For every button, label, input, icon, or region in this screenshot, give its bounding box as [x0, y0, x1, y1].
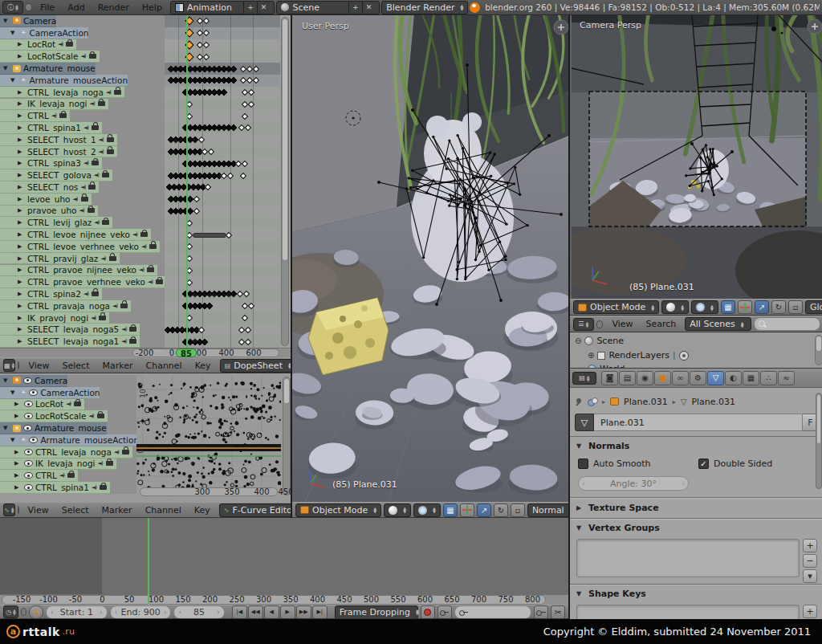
channel-CTRL_pravij_glaz[interactable]: ▶CTRL_pravij_glaz◄) [0, 253, 120, 265]
info-menu-file[interactable]: File [34, 2, 61, 13]
object-tab[interactable]: ■ [654, 371, 671, 385]
speaker-icon[interactable]: ◄) [112, 303, 117, 309]
collapse-icon[interactable]: ⊖ [575, 336, 581, 345]
pivot-selector[interactable]: ▲▼ [413, 503, 441, 517]
fcurve-mode-selector[interactable]: ∿ F-Curve Editor ▲▼ [219, 503, 291, 517]
fcurve-menu-key[interactable]: Key [188, 505, 217, 516]
display-filter-selector[interactable]: All Scenes▲▼ [685, 317, 751, 331]
viewport-main[interactable]: User Persp (85) Plane.031 Object Mode ▲▼… [291, 15, 568, 518]
channel-LocRotScale[interactable]: ▶LocRotScale◄) [0, 410, 108, 422]
screen-layout-selector[interactable]: Animation + ✕ [170, 1, 275, 14]
expand-closed-icon[interactable]: ▶ [18, 172, 25, 178]
visibility-eye-icon[interactable] [23, 377, 32, 384]
shape-keys-panel-header[interactable]: ▼Shape Keys [576, 589, 646, 599]
speaker-icon[interactable]: ◄) [72, 196, 77, 202]
speaker-icon[interactable]: ◄) [148, 279, 153, 285]
datablock-name-input[interactable]: Plane.031 [594, 414, 803, 431]
lock-icon[interactable] [66, 42, 73, 47]
lock-icon[interactable] [89, 54, 96, 59]
translate-manipulator-button[interactable]: ↗ [755, 300, 769, 314]
viewport-add-button[interactable] [554, 20, 568, 35]
visibility-eye-icon[interactable] [29, 389, 38, 396]
channel-CTRL_pravoe_verhnee_veko[interactable]: ▶CTRL_pravoe_verhnee_veko◄) [0, 276, 165, 288]
lock-icon[interactable] [102, 220, 109, 225]
lock-icon[interactable] [87, 208, 95, 213]
channel-CTRL_pravoe_nijnee_veko[interactable]: ▶CTRL_pravoe_nijnee_veko◄) [0, 265, 157, 277]
manipulator-axes-button[interactable] [738, 300, 752, 314]
speaker-icon[interactable]: ◄) [106, 89, 111, 96]
current-frame-field[interactable]: ‹85› [173, 605, 224, 619]
visibility-eye-icon[interactable] [24, 472, 33, 479]
expand-closed-icon[interactable]: ▶ [18, 184, 25, 190]
vertex-group-add-button[interactable]: + [803, 539, 817, 552]
collapse-menus-button[interactable] [21, 608, 26, 616]
lock-icon[interactable] [74, 401, 81, 406]
pin-icon[interactable] [575, 397, 583, 406]
lock-icon[interactable] [129, 339, 136, 344]
lock-icon[interactable] [92, 161, 99, 165]
lock-icon[interactable] [98, 101, 105, 106]
channel-SELECT_levaja_noga1[interactable]: ▶SELECT_levaja_noga1◄) [0, 336, 140, 348]
speaker-icon[interactable]: ◄) [58, 41, 63, 47]
dopesheet-menu-key[interactable]: Key [189, 361, 218, 371]
channel-SELECT_levaja_noga5[interactable]: ▶SELECT_levaja_noga5◄) [0, 324, 140, 336]
editor-type-button[interactable]: ◷▲▼ [3, 605, 18, 618]
channel-levoe_uho[interactable]: ▶levoe_uho◄) [0, 194, 92, 206]
channel-LocRotScale[interactable]: ▶LocRotScale◄) [0, 51, 100, 63]
lock-icon[interactable] [129, 327, 136, 332]
delete-keyframe-button[interactable]: ✂ [551, 605, 565, 619]
channel-CTRL_spina2[interactable]: ▶CTRL_spina2◄) [0, 288, 102, 300]
speaker-icon[interactable]: ◄) [80, 53, 85, 59]
expand-closed-icon[interactable]: ▶ [18, 160, 25, 166]
channel-IK_pravoj_nogi[interactable]: ▶IK_pravoj_nogi◄) [0, 312, 109, 324]
dopesheet-hruler[interactable]: -2000200400600 85 [0, 348, 291, 357]
visibility-eye-icon[interactable] [24, 460, 33, 467]
vertex-group-specials-button[interactable]: ▾ [803, 569, 817, 583]
expand-closed-icon[interactable]: ▶ [14, 484, 22, 491]
speaker-icon[interactable]: ◄) [88, 413, 93, 419]
channel-CTRL_levoe_nijnee_veko[interactable]: ▶CTRL_levoe_nijnee_veko◄) [0, 229, 151, 241]
collapse-menus-button[interactable] [18, 506, 19, 514]
scene-tab[interactable]: ▤ [619, 371, 636, 385]
shading-selector[interactable]: ▲▼ [384, 503, 411, 517]
channel-CTRL_spina3[interactable]: ▶CTRL_spina3◄) [0, 157, 102, 169]
lock-icon[interactable] [122, 450, 129, 454]
fcurve-menu-marker[interactable]: Marker [96, 505, 139, 516]
speaker-icon[interactable]: ◄) [141, 243, 146, 250]
speaker-icon[interactable]: ◄) [59, 472, 64, 479]
lock-icon[interactable] [109, 256, 116, 261]
speaker-icon[interactable]: ◄) [121, 326, 126, 332]
lock-icon[interactable] [88, 185, 96, 190]
scale-manipulator-button[interactable]: ▫ [788, 300, 803, 314]
orientation-selector[interactable]: Normal▲▼ [527, 503, 568, 517]
world-tab[interactable]: ◉ [637, 371, 653, 385]
lock-icon[interactable] [92, 125, 99, 130]
use-preview-range-button[interactable]: ◔ [29, 605, 43, 619]
expand-closed-icon[interactable]: ▶ [18, 149, 25, 155]
editor-type-button[interactable]: ⓘ▲▼ [2, 1, 23, 14]
dopesheet-menu-channel[interactable]: Channel [140, 361, 189, 371]
speaker-icon[interactable]: ◄) [121, 338, 126, 344]
expand-closed-icon[interactable]: ▶ [18, 112, 25, 119]
channel-Camera[interactable]: ▼Camera [0, 375, 67, 387]
constraints-tab[interactable]: ∞ [672, 371, 689, 385]
lock-icon[interactable] [59, 113, 67, 118]
visibility-eye-icon[interactable] [24, 401, 33, 407]
speaker-icon[interactable]: ◄) [100, 255, 105, 262]
info-menu-render[interactable]: Render [92, 2, 136, 13]
end-frame-field[interactable]: ‹End: 900› [110, 605, 172, 619]
normals-panel-header[interactable]: ▼Normals [576, 441, 629, 451]
pivot-selector[interactable]: ▲▼ [691, 300, 718, 314]
dopesheet-menu-select[interactable]: Select [56, 361, 96, 371]
expand-open-icon[interactable]: ▼ [3, 377, 10, 384]
expand-closed-icon[interactable]: ▶ [18, 267, 25, 273]
speaker-icon[interactable]: ◄) [99, 137, 104, 143]
channel-CTRL_levaja_noga[interactable]: ▶CTRL_levaja_noga◄) [0, 87, 124, 99]
scene-selector[interactable]: Scene + ✕ [276, 1, 380, 14]
lock-icon[interactable] [100, 485, 107, 490]
expand-closed-icon[interactable]: ▶ [18, 53, 25, 59]
speaker-icon[interactable]: ◄) [94, 219, 99, 226]
delete-scene-button[interactable]: ✕ [362, 2, 376, 14]
lock-icon[interactable] [149, 244, 157, 249]
shading-selector[interactable]: ▲▼ [661, 300, 689, 314]
